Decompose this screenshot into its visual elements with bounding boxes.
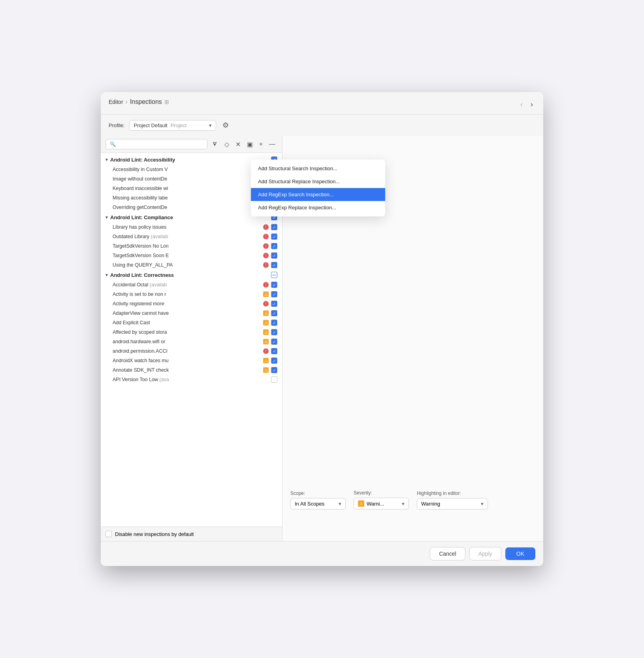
expand-button[interactable]: ◇: [222, 139, 231, 149]
group-accessibility-label: Android Lint: Accessibility: [110, 157, 175, 163]
list-item[interactable]: Using the QUERY_ALL_PA ! ✓: [101, 260, 282, 270]
list-item[interactable]: TargetSdkVersion No Lon ! ✓: [101, 241, 282, 251]
inspections-dialog: Editor › Inspections ⊞ ‹ › Profile: Proj…: [101, 92, 543, 566]
item-checkbox[interactable]: ✓: [271, 320, 277, 326]
dialog-header: Editor › Inspections ⊞ ‹ ›: [101, 92, 543, 115]
nav-buttons: ‹ ›: [518, 100, 535, 109]
search-icon: 🔍: [110, 141, 116, 147]
group-correctness-checkbox[interactable]: [271, 272, 277, 278]
warning-icon: ⚠: [263, 291, 269, 297]
item-checkbox[interactable]: ✓: [271, 301, 277, 307]
list-item[interactable]: AndroidX watch faces mu ⚠ ✓: [101, 356, 282, 365]
cancel-button[interactable]: Cancel: [430, 547, 465, 560]
item-name: Image without contentDe: [113, 176, 261, 182]
list-item[interactable]: Affected by scoped stora ⚠ ✓: [101, 327, 282, 337]
add-button-wrapper: +: [257, 139, 265, 149]
breadcrumb-editor[interactable]: Editor: [109, 99, 123, 105]
scope-select[interactable]: In All Scopes ▾: [290, 498, 346, 509]
inspection-toolbar: 🔍 ⛛ ◇ ✕ ▣ + —: [101, 136, 282, 153]
list-item[interactable]: Activity is set to be non r ⚠ ✓: [101, 290, 282, 299]
search-input[interactable]: 🔍: [105, 139, 207, 149]
list-item[interactable]: API Version Too Low (ava: [101, 375, 282, 384]
item-checkbox[interactable]: ✓: [271, 291, 277, 297]
group-compliance-label: Android Lint: Compliance: [110, 214, 173, 220]
item-checkbox[interactable]: [271, 376, 277, 383]
dialog-footer: Cancel Apply OK: [101, 541, 543, 566]
highlighting-label: Highlighting in editor:: [417, 491, 488, 496]
scope-value: In All Scopes: [295, 501, 324, 507]
filter-button[interactable]: ⛛: [210, 139, 220, 149]
breadcrumb-separator: ›: [126, 98, 128, 105]
item-name: TargetSdkVersion No Lon: [113, 243, 261, 249]
add-inspection-button[interactable]: +: [257, 139, 265, 149]
dropdown-item-structural-replace[interactable]: Add Structural Replace Inspection...: [251, 175, 385, 188]
item-checkbox[interactable]: ✓: [271, 310, 277, 316]
item-name: Activity is set to be non r: [113, 291, 261, 297]
nav-forward-button[interactable]: ›: [528, 100, 535, 109]
list-item[interactable]: Library has policy issues ! ✓: [101, 222, 282, 232]
list-item[interactable]: android.permission.ACCI ! ✓: [101, 346, 282, 356]
item-checkbox[interactable]: ✓: [271, 329, 277, 335]
item-checkbox[interactable]: ✓: [271, 224, 277, 230]
severity-dropdown-arrow: ▾: [402, 501, 405, 507]
list-item[interactable]: Activity registered more ! ✓: [101, 299, 282, 308]
severity-warning-icon: ⚠: [358, 500, 364, 507]
error-icon: !: [263, 262, 269, 268]
highlighting-select[interactable]: Warning ▾: [417, 498, 488, 509]
item-name: API Version Too Low (ava: [113, 377, 269, 382]
item-checkbox[interactable]: ✓: [271, 262, 277, 268]
error-icon: !: [263, 224, 269, 230]
highlighting-value: Warning: [421, 501, 440, 507]
list-item[interactable]: Add Explicit Cast ⚠ ✓: [101, 318, 282, 327]
ok-button[interactable]: OK: [505, 547, 535, 560]
item-checkbox[interactable]: ✓: [271, 357, 277, 364]
warning-icon: ⚠: [263, 358, 269, 363]
item-name: Outdated Library (availab: [113, 234, 261, 239]
group-correctness[interactable]: ▾ Android Lint: Correctness: [101, 270, 282, 280]
apply-button[interactable]: Apply: [469, 547, 501, 560]
dropdown-item-regexp-replace[interactable]: Add RegExp Replace Inspection...: [251, 201, 385, 214]
breadcrumb: Editor › Inspections ⊞: [109, 98, 169, 105]
item-checkbox[interactable]: ✓: [271, 233, 277, 240]
list-item[interactable]: AdapterView cannot have ⚠ ✓: [101, 308, 282, 318]
remove-button[interactable]: —: [267, 139, 277, 149]
dropdown-item-regexp-search[interactable]: Add RegExp Search Inspection...: [251, 188, 385, 201]
profile-gear-button[interactable]: ⚙: [221, 119, 230, 131]
clear-button[interactable]: ✕: [233, 139, 243, 149]
item-name: Keyboard inaccessible wi: [113, 186, 261, 191]
warning-icon: ⚠: [263, 339, 269, 344]
nav-back-button[interactable]: ‹: [518, 100, 525, 109]
item-checkbox[interactable]: ✓: [271, 243, 277, 249]
item-name: android.permission.ACCI: [113, 348, 261, 354]
item-checkbox[interactable]: ✓: [271, 367, 277, 373]
item-name: android.hardware.wifi or: [113, 339, 261, 344]
disable-inspections-checkbox[interactable]: [105, 531, 112, 537]
add-inspection-dropdown: Add Structural Search Inspection... Add …: [251, 160, 385, 216]
item-name: TargetSdkVersion Soon E: [113, 253, 261, 258]
profile-select[interactable]: Project Default Project ▾: [129, 120, 216, 131]
item-checkbox[interactable]: ✓: [271, 338, 277, 345]
item-name: Add Explicit Cast: [113, 320, 261, 325]
disable-inspections-label: Disable new inspections by default: [115, 531, 194, 537]
warning-icon: ⚠: [263, 320, 269, 325]
expand-arrow-accessibility: ▾: [105, 157, 108, 162]
main-content: 🔍 ⛛ ◇ ✕ ▣ + — ▾ Android Lint: Accessibil…: [101, 136, 543, 541]
item-name: Affected by scoped stora: [113, 329, 261, 335]
warning-icon: ⚠: [263, 310, 269, 316]
severity-group: Severity: ⚠ Warni... ▾: [354, 490, 409, 509]
list-item[interactable]: Outdated Library (availab ! ✓: [101, 232, 282, 241]
severity-select[interactable]: ⚠ Warni... ▾: [354, 498, 409, 509]
layout-button[interactable]: ▣: [245, 139, 255, 149]
list-item[interactable]: Annotate SDK_INT check ⚠ ✓: [101, 365, 282, 375]
profile-name: Project Default: [134, 122, 167, 128]
list-item[interactable]: android.hardware.wifi or ⚠ ✓: [101, 337, 282, 346]
item-checkbox[interactable]: ✓: [271, 252, 277, 259]
layout-icon[interactable]: ⊞: [164, 99, 169, 105]
dropdown-item-structural-search[interactable]: Add Structural Search Inspection...: [251, 162, 385, 175]
warning-icon: ⚠: [263, 329, 269, 335]
list-item[interactable]: TargetSdkVersion Soon E ! ✓: [101, 251, 282, 260]
item-checkbox[interactable]: ✓: [271, 282, 277, 288]
list-item[interactable]: Accidental Octal (availab ! ✓: [101, 280, 282, 290]
item-checkbox[interactable]: ✓: [271, 348, 277, 354]
item-name: Library has policy issues: [113, 224, 261, 230]
